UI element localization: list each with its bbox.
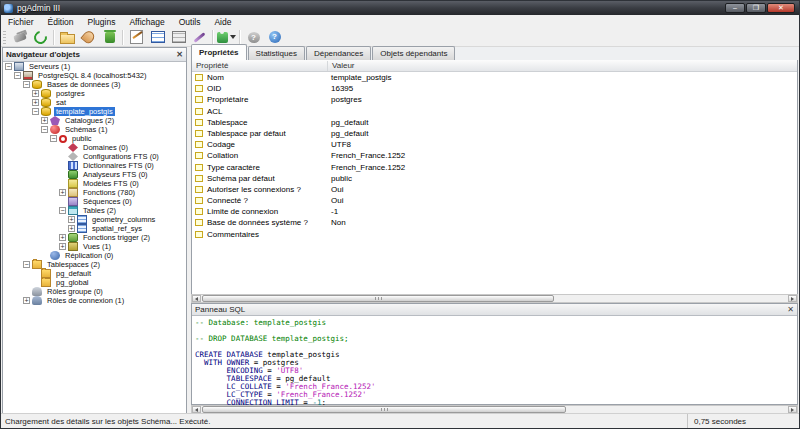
expand-icon[interactable]: + — [32, 90, 39, 97]
property-row-base-de-donn-es-syst-me[interactable]: Base de données système ?Non — [192, 217, 797, 228]
tab-statistiques[interactable]: Statistiques — [248, 46, 305, 60]
tree-item-fonctions-trigger-2[interactable]: +Fonctions trigger (2) — [3, 233, 186, 242]
scroll-left-arrow-icon[interactable] — [192, 406, 201, 413]
menu-item-outils[interactable]: Outils — [172, 16, 208, 28]
tree-item-geometry-columns[interactable]: +geometry_columns — [3, 215, 186, 224]
property-row-acl[interactable]: ACL — [192, 106, 797, 117]
menu-item-aide[interactable]: Aide — [207, 16, 238, 28]
tree-item-analyseurs-fts-0[interactable]: Analyseurs FTS (0) — [3, 170, 186, 179]
plugins-button[interactable] — [216, 29, 237, 46]
property-row-limite-de-connexion[interactable]: Limite de connexion-1 — [192, 206, 797, 217]
filter-button[interactable] — [168, 29, 189, 46]
menu-item-dition[interactable]: Édition — [41, 16, 81, 28]
tree-item-spatial-ref-sys[interactable]: +spatial_ref_sys — [3, 224, 186, 233]
minimize-button[interactable]: – — [725, 3, 745, 13]
query-button[interactable] — [126, 29, 147, 46]
tree-item-postgresql-8-4-localhost-5432[interactable]: −PostgreSQL 8.4 (localhost:5432) — [3, 71, 186, 80]
tree-item-tablespaces-2[interactable]: −Tablespaces (2) — [3, 260, 186, 269]
scroll-left-arrow-icon[interactable] — [192, 295, 201, 302]
property-row-tablespace-par-d-faut[interactable]: Tablespace par défautpg_default — [192, 128, 797, 139]
property-row-autoriser-les-connexions[interactable]: Autoriser les connexions ?Oui — [192, 184, 797, 195]
tree-item-domaines-0[interactable]: Domaines (0) — [3, 143, 186, 152]
properties-grid-header[interactable]: Propriété Valeur — [192, 60, 797, 72]
property-row-sch-ma-par-d-faut[interactable]: Schéma par défautpublic — [192, 173, 797, 184]
collapse-icon[interactable]: − — [41, 126, 48, 133]
title-bar[interactable]: pgAdmin III –❐✕ — [1, 1, 799, 15]
collapse-icon[interactable]: − — [50, 135, 57, 142]
collapse-icon[interactable]: − — [14, 72, 21, 79]
tree-item-mod-les-fts-0[interactable]: Modèles FTS (0) — [3, 179, 186, 188]
collapse-icon[interactable]: − — [23, 81, 30, 88]
tree-item-bases-de-donn-es-3[interactable]: −Bases de données (3) — [3, 80, 186, 89]
expand-icon[interactable]: + — [59, 189, 66, 196]
tree-item-r-plication-0[interactable]: Réplication (0) — [3, 251, 186, 260]
expand-icon[interactable]: + — [32, 99, 39, 106]
tree-item-pg-default[interactable]: pg_default — [3, 269, 186, 278]
toolbar-grip[interactable] — [3, 30, 6, 44]
dropdown-arrow-icon[interactable] — [230, 35, 236, 39]
tree-item-s-quences-0[interactable]: Séquences (0) — [3, 197, 186, 206]
tab-d-pendances[interactable]: Dépendances — [306, 46, 371, 60]
tab-propri-t-s[interactable]: Propriétés — [191, 44, 247, 60]
maint-button[interactable] — [189, 29, 210, 46]
help-button[interactable]: ? — [264, 29, 285, 46]
tree-item-catalogues-2[interactable]: +Catalogues (2) — [3, 116, 186, 125]
tree-item-r-les-de-connexion-1[interactable]: +Rôles de connexion (1) — [3, 296, 186, 305]
tree-item-vues-1[interactable]: +Vues (1) — [3, 242, 186, 251]
tree-item-configurations-fts-0[interactable]: Configurations FTS (0) — [3, 152, 186, 161]
scroll-right-arrow-icon[interactable] — [788, 295, 797, 302]
property-row-type-caract-re[interactable]: Type caractèreFrench_France.1252 — [192, 162, 797, 173]
collapse-icon[interactable]: − — [32, 108, 39, 115]
balloon-button[interactable]: ? — [243, 29, 264, 46]
menu-item-affichage[interactable]: Affichage — [122, 16, 171, 28]
scroll-right-arrow-icon[interactable] — [788, 406, 797, 413]
menu-item-fichier[interactable]: Fichier — [1, 16, 41, 28]
expand-icon[interactable]: + — [59, 234, 66, 241]
scroll-track[interactable] — [201, 406, 788, 413]
property-row-codage[interactable]: CodageUTF8 — [192, 139, 797, 150]
tree-item-dictionnaires-fts-0[interactable]: Dictionnaires FTS (0) — [3, 161, 186, 170]
tree-item-pg-global[interactable]: pg_global — [3, 278, 186, 287]
maximize-button[interactable]: ❐ — [746, 3, 766, 13]
tree-item-fonctions-780[interactable]: +Fonctions (780) — [3, 188, 186, 197]
tree-item-postgres[interactable]: +postgres — [3, 89, 186, 98]
properties-button[interactable] — [57, 29, 78, 46]
tree-item-public[interactable]: −public — [3, 134, 186, 143]
tree-item-serveurs-1[interactable]: −Serveurs (1) — [3, 62, 186, 71]
close-icon[interactable]: ✕ — [176, 51, 183, 59]
drop-button[interactable] — [99, 29, 120, 46]
expand-icon[interactable]: + — [41, 117, 48, 124]
scroll-track[interactable] — [201, 295, 788, 302]
column-header-property[interactable]: Propriété — [196, 61, 228, 70]
tree-item-tables-2[interactable]: −Tables (2) — [3, 206, 186, 215]
close-icon[interactable]: ✕ — [787, 306, 794, 314]
connect-button[interactable] — [9, 29, 30, 46]
scroll-thumb[interactable] — [202, 295, 554, 302]
collapse-icon[interactable]: − — [5, 63, 12, 70]
refresh-button[interactable] — [30, 29, 51, 46]
tree-item-sat[interactable]: +sat — [3, 98, 186, 107]
property-row-tablespace[interactable]: Tablespacepg_default — [192, 117, 797, 128]
column-header-value[interactable]: Valeur — [327, 61, 355, 71]
tab-objets-d-pendants[interactable]: Objets dépendants — [372, 46, 455, 60]
property-row-connect[interactable]: Connecté ?Oui — [192, 195, 797, 206]
expand-icon[interactable]: + — [68, 216, 75, 223]
property-row-commentaires[interactable]: Commentaires — [192, 229, 797, 240]
collapse-icon[interactable]: − — [59, 207, 66, 214]
close-button[interactable]: ✕ — [767, 3, 795, 13]
viewdata-button[interactable] — [147, 29, 168, 46]
scroll-thumb[interactable] — [202, 406, 566, 413]
expand-icon[interactable]: + — [23, 297, 30, 304]
tree-item-sch-mas-1[interactable]: −Schémas (1) — [3, 125, 186, 134]
collapse-icon[interactable]: − — [23, 261, 30, 268]
expand-icon[interactable]: + — [68, 225, 75, 232]
tree-item-r-les-groupe-0[interactable]: Rôles groupe (0) — [3, 287, 186, 296]
expand-icon[interactable]: + — [59, 243, 66, 250]
property-row-oid[interactable]: OID16395 — [192, 83, 797, 94]
properties-hscrollbar[interactable] — [191, 294, 798, 303]
tree-item-template-postgis[interactable]: −template_postgis — [3, 107, 186, 116]
property-row-propri-taire[interactable]: Propriétairepostgres — [192, 94, 797, 105]
property-row-collation[interactable]: CollationFrench_France.1252 — [192, 150, 797, 161]
property-row-nom[interactable]: Nomtemplate_postgis — [192, 72, 797, 83]
edit-button[interactable] — [78, 29, 99, 46]
